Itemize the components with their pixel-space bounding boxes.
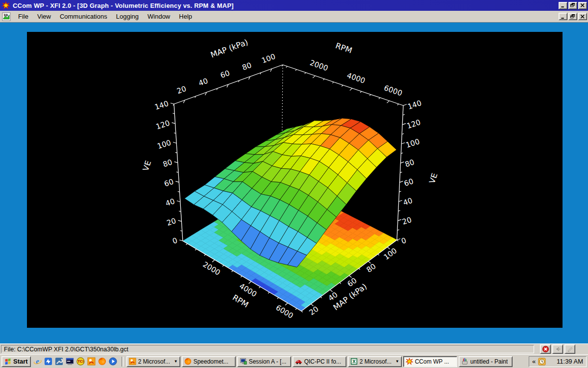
task-paint[interactable]: untitled - Paint bbox=[459, 356, 513, 367]
starburst-glyph bbox=[2, 1, 10, 9]
svg-text:40: 40 bbox=[164, 197, 176, 208]
start-button[interactable]: Start bbox=[1, 356, 31, 367]
svg-text:80: 80 bbox=[365, 262, 378, 275]
svg-text:20: 20 bbox=[166, 216, 177, 228]
back-gray-glyph bbox=[554, 345, 562, 353]
svg-text:0: 0 bbox=[172, 236, 179, 246]
messenger-icon[interactable] bbox=[43, 356, 54, 367]
task-session-a[interactable]: Session A - [... bbox=[237, 356, 291, 367]
menu-help[interactable]: Help bbox=[174, 12, 196, 21]
task-label: Speedomet... bbox=[194, 358, 228, 365]
win-close-glyph bbox=[580, 3, 585, 8]
svg-text:TCI: TCI bbox=[77, 359, 84, 364]
3d-graph-window-icon[interactable]: 3D bbox=[2, 12, 12, 22]
menu-window[interactable]: Window bbox=[143, 12, 174, 21]
firefox-glyph bbox=[98, 357, 106, 366]
svg-text:VE: VE bbox=[427, 172, 440, 184]
window-titlebar: CCom WP - XFI 2.0 - [3D Graph - Volumetr… bbox=[0, 0, 588, 11]
win-close-glyph bbox=[580, 14, 585, 19]
win-restore-glyph bbox=[570, 14, 575, 19]
clock-glyph bbox=[538, 358, 546, 366]
desktop-screen: CCom WP - XFI 2.0 - [3D Graph - Volumetr… bbox=[0, 0, 588, 368]
task-qic-pc[interactable]: QIC-PC II fo... bbox=[293, 356, 346, 367]
child-restore-button[interactable] bbox=[568, 13, 577, 20]
window-title: CCom WP - XFI 2.0 - [3D Graph - Volumetr… bbox=[13, 2, 559, 9]
svg-text:MAP (kPa): MAP (kPa) bbox=[209, 37, 249, 59]
money-icon[interactable] bbox=[86, 356, 97, 367]
tci-glyph: TCI bbox=[76, 357, 85, 366]
menu-file[interactable]: File bbox=[14, 12, 33, 21]
system-tray: « 11:39 AM bbox=[529, 356, 587, 367]
svg-text:20: 20 bbox=[175, 84, 187, 96]
task-label: CCom WP ... bbox=[415, 358, 449, 365]
svg-text:3D: 3D bbox=[3, 13, 8, 16]
tools-icon[interactable] bbox=[54, 356, 65, 367]
svg-text:20: 20 bbox=[401, 215, 413, 227]
dropdown-arrow-icon[interactable]: ▼ bbox=[395, 359, 399, 364]
status-field: File: C:\CComWP XFI 2.0\GCT\350na30lb.gc… bbox=[1, 345, 534, 353]
svg-text:RPM: RPM bbox=[231, 293, 250, 310]
svg-text:2000: 2000 bbox=[309, 58, 329, 73]
svg-text:60: 60 bbox=[403, 177, 415, 188]
command-prompt-icon[interactable] bbox=[65, 356, 75, 367]
svg-text:140: 140 bbox=[153, 99, 170, 112]
orange-app-glyph bbox=[87, 357, 96, 366]
svg-text:40: 40 bbox=[197, 77, 209, 88]
pencil-gray-glyph bbox=[566, 345, 574, 353]
firefox-icon[interactable] bbox=[97, 356, 108, 367]
media-player-glyph bbox=[109, 357, 117, 366]
svg-text:80: 80 bbox=[162, 158, 173, 169]
tray-clock-icon[interactable] bbox=[538, 358, 546, 366]
menu-view[interactable]: View bbox=[33, 12, 55, 21]
media-player-icon[interactable] bbox=[108, 356, 119, 367]
status-bar: File: C:\CComWP XFI 2.0\GCT\350na30lb.gc… bbox=[0, 343, 588, 354]
tray-chevron[interactable]: « bbox=[532, 358, 536, 365]
task-microsoft-group-1[interactable]: 2 Microsof...▼ bbox=[126, 356, 180, 367]
status-file-path: File: C:\CComWP XFI 2.0\GCT\350na30lb.gc… bbox=[4, 346, 128, 353]
console-glyph bbox=[66, 357, 74, 366]
menu-logging[interactable]: Logging bbox=[112, 12, 143, 21]
svg-text:80: 80 bbox=[241, 61, 253, 72]
windows-flag-icon bbox=[4, 358, 12, 365]
tci-icon[interactable]: TCI bbox=[75, 356, 86, 367]
back-button[interactable] bbox=[552, 344, 563, 354]
svg-text:X: X bbox=[352, 359, 356, 364]
firefox-glyph bbox=[184, 358, 192, 365]
task-microsoft-group-2[interactable]: X2 Microsof...▼ bbox=[348, 356, 402, 367]
menu-bar: 3D FileViewCommunicationsLoggingWindowHe… bbox=[0, 11, 588, 23]
svg-text:120: 120 bbox=[406, 118, 422, 131]
win-min-glyph bbox=[561, 14, 565, 19]
start-label: Start bbox=[13, 358, 28, 365]
paint-glyph bbox=[461, 358, 468, 365]
svg-text:100: 100 bbox=[261, 52, 277, 65]
child-close-button[interactable] bbox=[578, 13, 587, 20]
stop-button[interactable] bbox=[540, 344, 551, 354]
excel-glyph: X bbox=[350, 358, 358, 365]
close-button[interactable] bbox=[578, 2, 587, 9]
car-glyph bbox=[295, 358, 302, 365]
svg-text:120: 120 bbox=[155, 119, 171, 131]
win-min-glyph bbox=[561, 3, 565, 8]
edit-button[interactable] bbox=[564, 344, 575, 354]
menu-communications[interactable]: Communications bbox=[55, 12, 112, 21]
task-label: Session A - [... bbox=[249, 358, 287, 365]
tray-time: 11:39 AM bbox=[557, 358, 583, 365]
minimize-button[interactable] bbox=[559, 2, 567, 9]
task-speedometer[interactable]: Speedomet... bbox=[182, 356, 236, 367]
task-label: 2 Microsof... bbox=[138, 358, 170, 365]
graph-3d-canvas[interactable]: 2040608010020004000600002040608010012014… bbox=[27, 32, 563, 328]
graph3d-glyph: 3D bbox=[2, 12, 11, 21]
internet-explorer-icon[interactable]: e bbox=[32, 356, 43, 367]
svg-text:100: 100 bbox=[156, 138, 172, 151]
stop-glyph bbox=[542, 345, 549, 353]
svg-text:140: 140 bbox=[407, 99, 423, 111]
restore-button[interactable] bbox=[568, 2, 577, 9]
svg-text:60: 60 bbox=[163, 177, 175, 188]
taskbar-separator bbox=[122, 357, 123, 367]
task-ccom-wp[interactable]: CCom WP ... bbox=[403, 356, 457, 367]
svg-text:80: 80 bbox=[404, 158, 416, 169]
svg-text:RPM: RPM bbox=[334, 41, 353, 55]
msn-glyph bbox=[44, 357, 52, 366]
child-minimize-button[interactable] bbox=[559, 13, 567, 20]
dropdown-arrow-icon[interactable]: ▼ bbox=[174, 359, 178, 364]
